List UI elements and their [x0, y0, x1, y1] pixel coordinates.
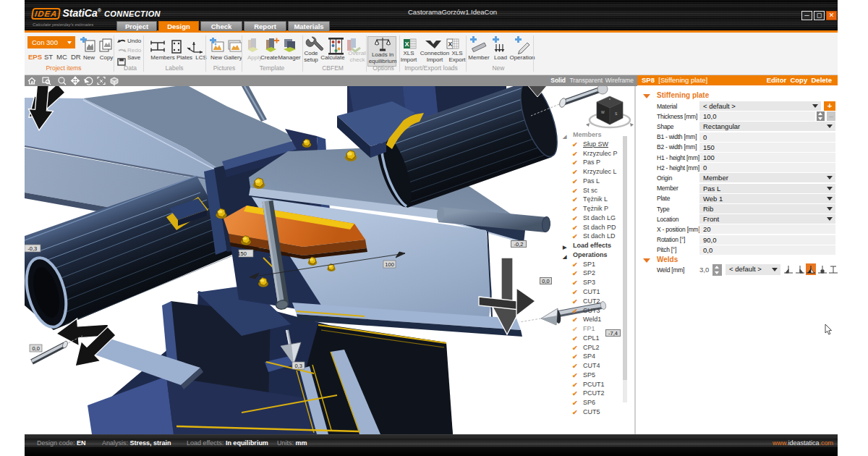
svg-text:X: X: [448, 41, 453, 48]
svg-text:-0,3: -0,3: [27, 245, 37, 252]
svg-text:X: X: [405, 41, 409, 48]
svg-text:0,3: 0,3: [294, 363, 302, 369]
svg-text:W: W: [601, 110, 605, 114]
svg-text:0,0: 0,0: [32, 345, 39, 352]
svg-text:100: 100: [385, 261, 394, 268]
svg-text:150: 150: [237, 250, 247, 257]
